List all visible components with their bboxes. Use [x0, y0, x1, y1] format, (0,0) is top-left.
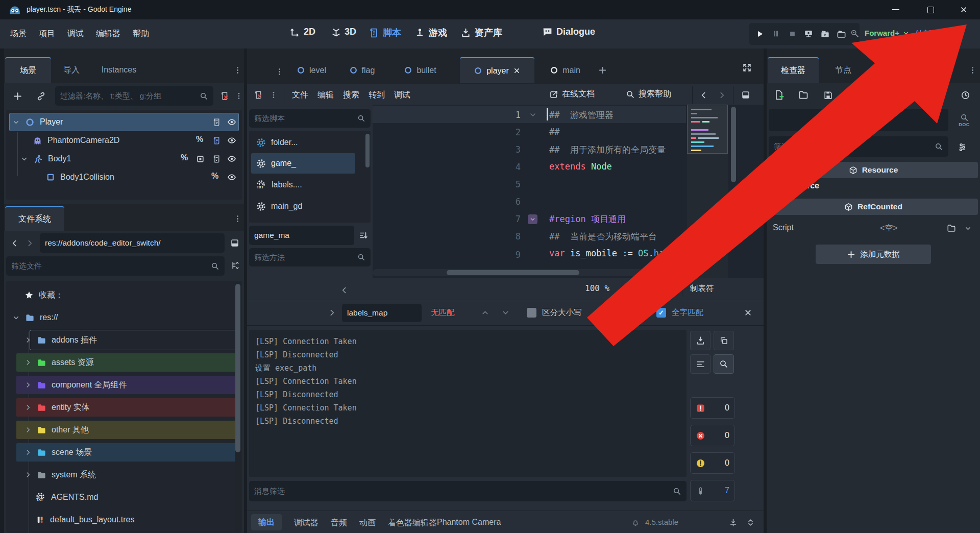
folder-component[interactable]: component 全局组件	[24, 376, 127, 394]
resource-category-button[interactable]: Resource	[769, 162, 978, 178]
workspace-2d[interactable]: 2D	[290, 27, 315, 37]
expand-bottom-panel-button[interactable]	[743, 515, 757, 529]
code-hscrollbar[interactable]	[373, 269, 686, 276]
folder-other[interactable]: other 其他	[24, 421, 89, 439]
scene-filter-menu-icon[interactable]	[234, 88, 244, 104]
open-docs-button[interactable]: DOC	[951, 109, 977, 131]
scene-node-player[interactable]: Player	[12, 113, 63, 131]
new-scene-tab-button[interactable]	[595, 63, 609, 77]
find-next-button[interactable]	[498, 305, 512, 320]
menu-scene[interactable]: 场景	[10, 29, 27, 39]
add-node-button[interactable]	[9, 87, 26, 105]
inspector-dock-menu-icon[interactable]	[967, 60, 978, 80]
external-editor-button[interactable]: 外部编辑器	[915, 28, 958, 40]
menu-project[interactable]: 项目	[39, 29, 55, 39]
error2-counter[interactable]: 0	[690, 425, 735, 446]
maximize-button[interactable]	[914, 0, 947, 19]
code-vscrollbar[interactable]	[730, 105, 737, 278]
menu-editor[interactable]: 编辑器	[96, 29, 120, 39]
close-find-bar-button[interactable]	[740, 305, 755, 320]
inspector-history-button[interactable]	[958, 86, 973, 104]
menu-file[interactable]: 文件	[292, 90, 308, 101]
folder-assets[interactable]: assets 资源	[24, 353, 94, 372]
expand-icon[interactable]	[771, 182, 778, 189]
load-resource-button[interactable]	[795, 86, 812, 104]
bottom-tab-audio[interactable]: 音频	[331, 518, 347, 528]
expand-icon[interactable]	[24, 381, 32, 389]
save-resource-button[interactable]	[820, 86, 836, 104]
match-case-label[interactable]: 区分大小写	[542, 307, 582, 318]
sort-members-button[interactable]	[356, 227, 371, 244]
member-overview-box[interactable]: game_ma	[249, 226, 354, 245]
match-case-checkbox[interactable]	[527, 308, 536, 318]
object-name-field[interactable]	[769, 109, 948, 131]
favorites-row[interactable]: 收藏：	[24, 286, 63, 304]
inspector-filter-input[interactable]: 筛选	[769, 136, 948, 157]
script-load-folder-icon[interactable]	[944, 221, 959, 235]
online-docs-button[interactable]: 在线文档	[549, 89, 595, 100]
expand-icon[interactable]	[24, 449, 32, 456]
inspector-forward-button[interactable]	[934, 86, 948, 104]
message-counter[interactable]: 7	[690, 480, 735, 501]
fs-scrollbar[interactable]	[235, 282, 241, 532]
close-tab-icon[interactable]	[513, 67, 521, 75]
new-resource-button[interactable]	[771, 86, 787, 104]
fs-back-button[interactable]	[7, 234, 21, 252]
scene-node-body1collision[interactable]: Body1Collision	[46, 168, 114, 186]
bottom-tab-debugger[interactable]: 调试器	[294, 518, 318, 528]
collapse-members-button[interactable]	[337, 282, 351, 298]
folder-addons[interactable]: addons 插件	[24, 331, 97, 349]
resource-section-row[interactable]: Resource	[771, 181, 819, 190]
close-button[interactable]	[947, 0, 980, 19]
stop-button[interactable]	[784, 26, 800, 42]
inspector-back-button[interactable]	[914, 86, 928, 104]
output-search-button[interactable]	[714, 354, 734, 374]
expand-icon[interactable]	[24, 336, 32, 344]
history-forward-button[interactable]	[715, 87, 729, 103]
workspace-script[interactable]: 脚本	[369, 27, 401, 39]
whole-words-checkbox[interactable]: ✓	[656, 308, 666, 318]
menu-debug[interactable]: 调试	[67, 29, 84, 39]
phantom-visibility-icon[interactable]	[226, 134, 238, 147]
collapse-icon[interactable]	[12, 314, 20, 322]
fs-path-bar[interactable]: res://addons/code_editor_switch/	[40, 233, 225, 253]
file-agents-md[interactable]: TXT AGENTS.md	[36, 488, 98, 506]
folded-region-icon[interactable]	[528, 214, 537, 224]
expand-icon[interactable]	[24, 404, 32, 411]
add-metadata-button[interactable]: 添加元数据	[816, 245, 931, 264]
script-item-main[interactable]: main_gd	[256, 197, 302, 215]
collision-visibility-icon[interactable]	[226, 171, 238, 183]
script-item-labels[interactable]: TXT labels....	[256, 176, 302, 194]
instance-scene-button[interactable]	[33, 87, 49, 105]
inspector-tools-button[interactable]	[953, 138, 971, 156]
menu-search[interactable]: 搜索	[343, 90, 359, 101]
pin-bottom-panel-button[interactable]	[726, 515, 740, 529]
body1-script-icon[interactable]	[210, 153, 223, 165]
script-property-value[interactable]: <空>	[880, 223, 898, 234]
unique-name-icon[interactable]: %	[211, 172, 218, 181]
phantom-script-icon[interactable]	[210, 134, 223, 147]
unique-name-icon[interactable]: %	[196, 135, 203, 144]
tab-instances[interactable]: Instances	[92, 57, 146, 83]
version-label[interactable]: 4.5.stable	[645, 518, 678, 526]
player-script-icon[interactable]	[210, 116, 223, 128]
refcounted-category-button[interactable]: RefCounted	[769, 199, 978, 215]
clear-output-button[interactable]	[690, 331, 710, 350]
filesystem-dock-menu-icon[interactable]	[232, 208, 243, 229]
body1-visibility-icon[interactable]	[226, 153, 238, 165]
bottom-tab-animation[interactable]: 动画	[359, 518, 376, 528]
folder-res[interactable]: res://	[12, 308, 58, 327]
clear-script-filter-button[interactable]	[217, 88, 232, 104]
tab-filesystem[interactable]: 文件系统	[5, 206, 64, 231]
script-list-scrollbar[interactable]	[365, 134, 370, 167]
bottom-tab-shader-editor[interactable]: 着色器编辑器	[388, 518, 437, 528]
collapse-duplicates-button[interactable]	[690, 354, 710, 374]
expand-icon[interactable]	[24, 359, 32, 366]
scene-node-body1[interactable]: Body1	[20, 150, 71, 168]
find-prev-button[interactable]	[478, 305, 492, 320]
pause-button[interactable]	[768, 26, 784, 42]
scene-tab-flag[interactable]: flag	[341, 57, 383, 83]
movie-maker-button[interactable]	[847, 26, 863, 42]
script-property-label[interactable]: Script	[773, 223, 794, 232]
notification-bell-icon[interactable]	[631, 518, 640, 527]
